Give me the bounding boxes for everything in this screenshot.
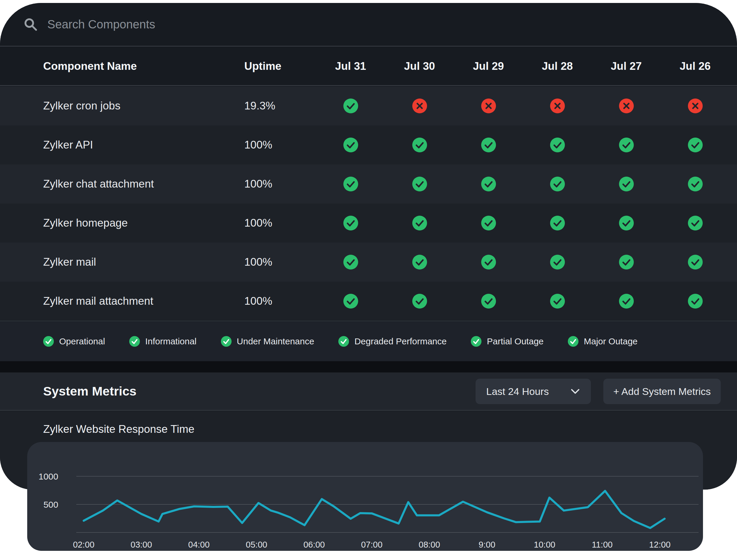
col-date: Jul 28	[523, 60, 592, 72]
legend-label: Informational	[145, 336, 196, 346]
status-operational-icon	[412, 216, 427, 230]
status-operational-icon	[344, 255, 358, 269]
daily-status-cell	[385, 216, 454, 230]
component-name: Zylker API	[43, 139, 244, 151]
x-tick-label: 04:00	[188, 540, 210, 549]
daily-status-cell	[661, 99, 730, 113]
status-operational-icon	[550, 138, 565, 152]
daily-status-cell	[385, 177, 454, 191]
status-panel: Component NameUptimeJul 31Jul 30Jul 29Ju…	[0, 3, 737, 490]
x-tick-label: 08:00	[419, 540, 440, 549]
response-time-chart-card: 100050002:0003:0004:0005:0006:0007:0008:…	[27, 442, 703, 551]
status-operational-icon	[688, 177, 703, 191]
daily-status-cell	[385, 99, 454, 113]
component-name: Zylker mail attachment	[43, 295, 244, 307]
status-operational-icon	[344, 177, 358, 191]
legend-label: Under Maintenance	[237, 336, 315, 346]
status-legend: OperationalInformationalUnder Maintenanc…	[0, 321, 737, 361]
status-outage-icon	[619, 99, 634, 113]
uptime-value: 100%	[244, 256, 316, 268]
daily-status-cell	[523, 216, 592, 230]
status-page: Component NameUptimeJul 31Jul 30Jul 29Ju…	[0, 0, 737, 560]
status-operational-icon	[412, 177, 427, 191]
daily-status-cell	[523, 138, 592, 152]
status-operational-icon	[412, 255, 427, 269]
component-name: Zylker cron jobs	[43, 100, 244, 112]
status-operational-icon	[481, 294, 496, 309]
x-tick-label: 9:00	[478, 540, 495, 549]
system-metrics-title: System Metrics	[43, 384, 137, 398]
daily-status-cell	[454, 138, 523, 152]
status-operational-icon	[688, 255, 703, 269]
daily-status-cell	[592, 294, 661, 309]
time-range-dropdown[interactable]: Last 24 Hours	[475, 379, 591, 404]
status-operational-icon	[412, 138, 427, 152]
component-name: Zylker mail	[43, 256, 244, 268]
legend-label: Degraded Performance	[354, 336, 446, 346]
daily-status-cell	[592, 255, 661, 269]
daily-status-cell	[661, 255, 730, 269]
daily-status-cell	[592, 138, 661, 152]
uptime-value: 100%	[244, 139, 316, 151]
y-tick-label: 1000	[38, 472, 58, 481]
status-operational-icon	[550, 177, 565, 191]
x-tick-label: 10:00	[534, 540, 555, 549]
status-operational-icon	[344, 294, 358, 309]
daily-status-cell	[592, 99, 661, 113]
legend-item: Major Outage	[568, 336, 638, 347]
x-tick-label: 11:00	[592, 540, 612, 549]
legend-status-icon	[129, 336, 140, 347]
status-operational-icon	[412, 294, 427, 309]
chevron-down-icon	[570, 388, 580, 395]
status-operational-icon	[344, 216, 358, 230]
legend-status-icon	[471, 336, 481, 347]
status-operational-icon	[481, 177, 496, 191]
status-operational-icon	[688, 216, 703, 230]
component-name: Zylker homepage	[43, 217, 244, 229]
status-operational-icon	[619, 177, 634, 191]
search-input[interactable]	[47, 17, 313, 31]
col-date: Jul 30	[385, 60, 454, 72]
status-operational-icon	[619, 138, 634, 152]
daily-status-cell	[316, 255, 385, 269]
legend-item: Degraded Performance	[338, 336, 446, 347]
status-operational-icon	[481, 255, 496, 269]
daily-status-cell	[661, 216, 730, 230]
component-row: Zylker chat attachment100%	[0, 164, 737, 204]
legend-item: Under Maintenance	[221, 336, 315, 347]
legend-item: Partial Outage	[471, 336, 543, 347]
system-metrics-header: System Metrics Last 24 Hours + Add Syste…	[0, 372, 737, 411]
col-component-name: Component Name	[43, 60, 244, 72]
daily-status-cell	[523, 255, 592, 269]
response-time-line-chart: 100050002:0003:0004:0005:0006:0007:0008:…	[27, 442, 703, 551]
status-operational-icon	[344, 99, 358, 113]
table-header: Component NameUptimeJul 31Jul 30Jul 29Ju…	[0, 47, 737, 86]
section-separator	[0, 361, 737, 372]
uptime-value: 19.3%	[244, 100, 316, 112]
daily-status-cell	[316, 216, 385, 230]
component-name: Zylker chat attachment	[43, 178, 244, 190]
daily-status-cell	[523, 294, 592, 309]
uptime-value: 100%	[244, 295, 316, 307]
daily-status-cell	[454, 216, 523, 230]
x-tick-label: 06:00	[304, 540, 325, 549]
status-operational-icon	[481, 216, 496, 230]
daily-status-cell	[454, 294, 523, 309]
time-range-value: Last 24 Hours	[486, 386, 549, 397]
uptime-value: 100%	[244, 217, 316, 229]
daily-status-cell	[592, 177, 661, 191]
daily-status-cell	[661, 177, 730, 191]
col-date: Jul 31	[316, 60, 385, 72]
search-icon	[23, 17, 38, 32]
add-system-metrics-button[interactable]: + Add System Metrics	[603, 379, 721, 404]
daily-status-cell	[661, 138, 730, 152]
daily-status-cell	[523, 177, 592, 191]
status-operational-icon	[550, 294, 565, 309]
legend-label: Operational	[59, 336, 105, 346]
status-operational-icon	[619, 255, 634, 269]
x-tick-label: 07:00	[361, 540, 383, 549]
metrics-controls: Last 24 Hours + Add System Metrics	[475, 379, 721, 404]
status-operational-icon	[619, 294, 634, 309]
x-tick-label: 05:00	[246, 540, 267, 549]
legend-label: Major Outage	[584, 336, 638, 346]
